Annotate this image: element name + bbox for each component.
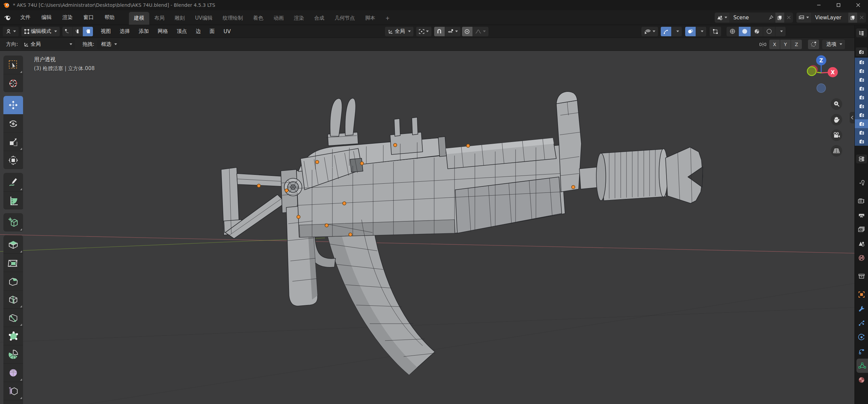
tool-move[interactable] bbox=[3, 96, 23, 114]
tab-object-data[interactable] bbox=[856, 359, 868, 373]
tab-layout[interactable]: 布局 bbox=[149, 12, 170, 25]
tab-physics[interactable] bbox=[855, 330, 868, 344]
symmetry-y-button[interactable]: Y bbox=[780, 40, 791, 49]
tab-rendering[interactable]: 渲染 bbox=[289, 12, 309, 25]
outliner-row-camera[interactable] bbox=[855, 66, 868, 75]
menu-face[interactable]: 面 bbox=[205, 28, 219, 35]
tab-view-layer[interactable] bbox=[855, 222, 868, 237]
tool-bevel[interactable] bbox=[3, 272, 23, 290]
outliner-row-camera[interactable] bbox=[855, 75, 868, 84]
visibility-dropdown[interactable] bbox=[641, 27, 658, 36]
outliner-row-camera[interactable] bbox=[855, 137, 868, 146]
shading-wireframe-button[interactable] bbox=[727, 27, 739, 36]
tool-knife[interactable] bbox=[3, 308, 23, 327]
tab-modeling[interactable]: 建模 bbox=[129, 12, 149, 25]
tool-edge-slide[interactable] bbox=[3, 382, 23, 400]
tab-collection[interactable] bbox=[855, 269, 868, 283]
unlink-scene-icon[interactable] bbox=[784, 13, 793, 23]
outliner-row-camera[interactable] bbox=[855, 128, 868, 137]
shading-rendered-button[interactable] bbox=[763, 27, 775, 36]
tool-poly-build[interactable] bbox=[3, 327, 23, 345]
shading-solid-button[interactable] bbox=[739, 27, 751, 36]
gizmo-dropdown[interactable] bbox=[672, 27, 682, 36]
tool-shrink-fatten[interactable] bbox=[3, 400, 23, 404]
menu-add[interactable]: 添加 bbox=[134, 28, 153, 35]
menu-vertex[interactable]: 顶点 bbox=[172, 28, 191, 35]
new-scene-copy-icon[interactable] bbox=[775, 13, 784, 23]
menu-edit[interactable]: 编辑 bbox=[36, 12, 57, 23]
tool-transform[interactable] bbox=[3, 151, 23, 169]
minimize-button[interactable] bbox=[809, 0, 829, 10]
tool-add-cube[interactable] bbox=[3, 213, 23, 231]
tab-compositing[interactable]: 合成 bbox=[309, 12, 329, 25]
shading-material-button[interactable] bbox=[751, 27, 763, 36]
outliner-row-camera[interactable] bbox=[855, 93, 868, 102]
tab-material[interactable] bbox=[855, 373, 868, 387]
tool-orientation-dropdown[interactable]: 全局 bbox=[21, 40, 75, 49]
tab-scene[interactable] bbox=[855, 237, 868, 251]
menu-file[interactable]: 文件 bbox=[15, 12, 36, 23]
transform-orientation-dropdown[interactable]: 全局 bbox=[385, 27, 413, 36]
menu-mesh[interactable]: 网格 bbox=[153, 28, 172, 35]
show-gizmo-toggle[interactable] bbox=[661, 27, 672, 36]
tab-particles[interactable] bbox=[855, 316, 868, 330]
tool-scale[interactable] bbox=[3, 133, 23, 151]
tool-rotate[interactable] bbox=[3, 114, 23, 133]
tool-loop-cut[interactable] bbox=[3, 290, 23, 308]
tab-render[interactable] bbox=[855, 194, 868, 208]
snap-base-button[interactable] bbox=[808, 40, 819, 49]
outliner-row-camera[interactable] bbox=[855, 58, 868, 66]
tab-geometry-nodes[interactable]: 几何节点 bbox=[329, 12, 360, 25]
snap-target-dropdown[interactable] bbox=[445, 27, 461, 36]
tab-output[interactable] bbox=[855, 208, 868, 222]
editor-type-dropdown[interactable] bbox=[3, 27, 19, 36]
mode-dropdown[interactable]: 编辑模式 bbox=[21, 27, 60, 36]
zoom-button[interactable] bbox=[831, 98, 842, 110]
xray-toggle[interactable] bbox=[710, 27, 721, 36]
tool-annotate[interactable] bbox=[3, 173, 23, 191]
tab-add-workspace[interactable]: + bbox=[380, 12, 395, 25]
close-button[interactable] bbox=[848, 0, 868, 10]
face-select-icon[interactable] bbox=[83, 27, 93, 36]
maximize-button[interactable] bbox=[829, 0, 848, 10]
toggle-ortho-button[interactable] bbox=[831, 145, 842, 157]
show-overlays-toggle[interactable] bbox=[685, 27, 696, 36]
tab-world[interactable] bbox=[855, 251, 868, 265]
properties-editor-button[interactable] bbox=[856, 155, 867, 163]
pivot-point-dropdown[interactable] bbox=[416, 27, 431, 36]
overlays-dropdown[interactable] bbox=[696, 27, 706, 36]
tab-scripting[interactable]: 脚本 bbox=[360, 12, 380, 25]
edge-select-icon[interactable] bbox=[73, 27, 83, 36]
tab-tool[interactable] bbox=[855, 176, 868, 190]
gun-mesh[interactable] bbox=[221, 92, 703, 375]
outliner-row-camera[interactable] bbox=[855, 84, 868, 93]
proportional-falloff-dropdown[interactable] bbox=[473, 27, 488, 36]
view-layer-selector[interactable]: ViewLayer bbox=[796, 13, 866, 23]
camera-view-button[interactable] bbox=[831, 129, 842, 141]
menu-window[interactable]: 窗口 bbox=[78, 12, 99, 23]
proportional-editing-toggle[interactable] bbox=[462, 27, 473, 36]
tab-animation[interactable]: 动画 bbox=[268, 12, 289, 25]
outliner-row-camera[interactable] bbox=[855, 102, 868, 110]
shading-dropdown[interactable] bbox=[775, 27, 786, 36]
outliner-row-camera-active[interactable] bbox=[855, 119, 868, 128]
tab-uv-editing[interactable]: UV编辑 bbox=[190, 12, 217, 25]
tool-spin[interactable] bbox=[3, 345, 23, 363]
menu-render[interactable]: 渲染 bbox=[57, 12, 78, 23]
blender-menu-button[interactable] bbox=[0, 15, 15, 20]
tab-sculpting[interactable]: 雕刻 bbox=[170, 12, 190, 25]
tool-cursor[interactable] bbox=[3, 74, 23, 92]
symmetry-x-button[interactable]: X bbox=[769, 40, 780, 49]
tool-extrude-region[interactable] bbox=[3, 235, 23, 254]
tool-smooth[interactable] bbox=[3, 363, 23, 382]
scene-selector[interactable]: Scene bbox=[715, 13, 793, 23]
tool-inset-faces[interactable] bbox=[3, 254, 23, 272]
outliner-row-camera[interactable] bbox=[855, 110, 868, 119]
menu-help[interactable]: 帮助 bbox=[99, 12, 120, 23]
symmetry-z-button[interactable]: Z bbox=[791, 40, 802, 49]
viewport-canvas[interactable]: 用户透视 (3) 枪膛活塞 | 立方体.008 bbox=[0, 51, 854, 404]
tab-constraints[interactable] bbox=[855, 344, 868, 359]
tab-texture-paint[interactable]: 纹理绘制 bbox=[217, 12, 248, 25]
tab-shading[interactable]: 着色 bbox=[248, 12, 268, 25]
copy-viewlayer-icon[interactable] bbox=[848, 13, 857, 23]
